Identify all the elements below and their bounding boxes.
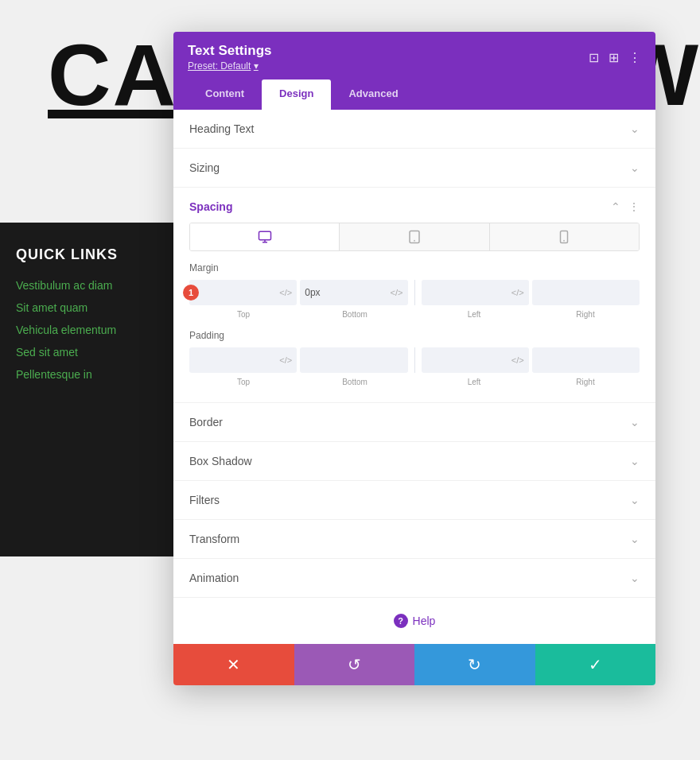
margin-inputs-container: 1 </> </> (189, 280, 640, 305)
transform-label: Transform (189, 533, 239, 545)
margin-left-code-icon[interactable]: </> (511, 288, 524, 297)
split-view-icon[interactable]: ⊞ (609, 50, 619, 65)
margin-bottom-label: Bottom (301, 310, 409, 319)
margin-left-label: Left (420, 310, 528, 319)
padding-left-label: Left (420, 378, 528, 386)
device-tabs (189, 223, 640, 251)
svg-rect-0 (259, 231, 270, 240)
margin-input-row: </> </> </> (189, 280, 640, 305)
padding-right-input[interactable] (537, 355, 635, 366)
sizing-label: Sizing (189, 161, 220, 174)
padding-left-input[interactable] (426, 355, 508, 366)
device-tab-desktop[interactable] (190, 223, 340, 250)
section-border[interactable]: Border ⌄ (173, 403, 655, 442)
bg-link-1[interactable]: Vestibulum ac diam (16, 279, 159, 292)
padding-right-group (532, 347, 640, 373)
section-spacing: Spacing ⌃ ⋮ (173, 188, 655, 403)
margin-top-label: Top (189, 310, 298, 319)
help-icon: ? (394, 614, 408, 628)
undo-button[interactable]: ↺ (294, 644, 415, 685)
padding-sub-labels: Top Bottom Left Right (189, 378, 640, 386)
tab-design[interactable]: Design (262, 79, 331, 110)
section-filters[interactable]: Filters ⌄ (173, 481, 655, 520)
padding-right-input-wrapper (532, 347, 640, 373)
sizing-chevron: ⌄ (630, 161, 640, 174)
spacing-header: Spacing ⌃ ⋮ (189, 188, 640, 223)
device-tab-mobile[interactable] (490, 223, 639, 250)
filters-label: Filters (189, 494, 220, 506)
bg-link-5[interactable]: Pellentesque in (16, 368, 159, 381)
help-row[interactable]: ? Help (173, 598, 655, 644)
section-transform[interactable]: Transform ⌄ (173, 520, 655, 559)
heading-text-label: Heading Text (189, 122, 254, 135)
section-box-shadow[interactable]: Box Shadow ⌄ (173, 442, 655, 481)
padding-top-input[interactable] (194, 355, 276, 366)
padding-top-label: Top (189, 378, 298, 386)
margin-label: Margin (189, 262, 640, 273)
bg-link-3[interactable]: Vehicula elementum (16, 324, 159, 336)
padding-label: Padding (189, 330, 640, 341)
padding-bottom-label: Bottom (301, 378, 409, 386)
padding-top-code-icon[interactable]: </> (279, 355, 292, 365)
modal-body: Heading Text ⌄ Sizing ⌄ Spacing ⌃ ⋮ (173, 110, 655, 644)
padding-left-code-icon[interactable]: </> (511, 355, 524, 365)
section-animation[interactable]: Animation ⌄ (173, 559, 655, 598)
save-button[interactable]: ✓ (535, 644, 656, 685)
spacing-collapse-icon[interactable]: ⌃ (611, 200, 620, 213)
modal-header: Text Settings Preset: Default ▾ ⊡ ⊞ ⋮ Co… (173, 32, 655, 110)
padding-top-group: </> (189, 347, 297, 373)
margin-left-group: </> (422, 280, 529, 305)
modal-preset[interactable]: Preset: Default ▾ (188, 60, 271, 72)
margin-bottom-code-icon[interactable]: </> (391, 288, 403, 297)
margin-left-input-wrapper: </> (422, 280, 529, 305)
more-options-icon[interactable]: ⋮ (628, 50, 641, 65)
spacing-more-icon[interactable]: ⋮ (628, 200, 640, 213)
padding-bottom-input-wrapper (300, 347, 407, 373)
padding-input-row: </> </> (189, 347, 640, 373)
section-sizing[interactable]: Sizing ⌄ (173, 149, 655, 188)
margin-bottom-input-wrapper: </> (300, 280, 407, 305)
padding-left-input-wrapper: </> (422, 347, 529, 373)
filters-chevron: ⌄ (630, 494, 640, 506)
device-tab-tablet[interactable] (340, 223, 489, 250)
margin-sub-labels: Top Bottom Left Right (189, 310, 640, 319)
redo-button[interactable]: ↻ (414, 644, 535, 685)
tab-advanced[interactable]: Advanced (331, 79, 415, 110)
padding-divider (414, 347, 415, 373)
spacing-header-icons: ⌃ ⋮ (611, 200, 640, 213)
padding-bottom-group (300, 347, 407, 373)
margin-divider (414, 280, 415, 305)
border-label: Border (189, 416, 223, 428)
margin-left-input[interactable] (426, 287, 508, 298)
animation-chevron: ⌄ (630, 572, 640, 584)
padding-bottom-input[interactable] (305, 355, 402, 366)
margin-bottom-input[interactable] (305, 287, 387, 298)
heading-text-chevron: ⌄ (630, 122, 640, 135)
quick-links-title: QUICK LINKS (16, 246, 159, 263)
transform-chevron: ⌄ (630, 533, 640, 545)
box-shadow-label: Box Shadow (189, 455, 252, 467)
padding-right-label: Right (531, 378, 640, 386)
dark-sidebar: QUICK LINKS Vestibulum ac diam Sit amet … (0, 223, 175, 556)
modal-footer: ✕ ↺ ↻ ✓ (173, 644, 655, 685)
bg-link-4[interactable]: Sed sit amet (16, 346, 159, 359)
border-chevron: ⌄ (630, 416, 640, 428)
help-label: Help (413, 615, 436, 627)
text-settings-modal: Text Settings Preset: Default ▾ ⊡ ⊞ ⋮ Co… (173, 32, 655, 685)
focus-mode-icon[interactable]: ⊡ (589, 50, 599, 65)
margin-top-input[interactable] (194, 287, 276, 298)
margin-right-input[interactable] (537, 287, 635, 298)
modal-header-icons: ⊡ ⊞ ⋮ (589, 50, 641, 65)
cancel-button[interactable]: ✕ (173, 644, 294, 685)
section-heading-text[interactable]: Heading Text ⌄ (173, 110, 655, 149)
bg-link-2[interactable]: Sit amet quam (16, 301, 159, 314)
margin-top-code-icon[interactable]: </> (279, 288, 292, 297)
margin-bottom-group: </> (300, 280, 407, 305)
box-shadow-chevron: ⌄ (630, 455, 640, 467)
margin-top-group: </> (189, 280, 297, 305)
padding-top-input-wrapper: </> (189, 347, 297, 373)
margin-right-input-wrapper (532, 280, 640, 305)
margin-right-label: Right (531, 310, 640, 319)
modal-title-area: Text Settings Preset: Default ▾ (188, 43, 271, 72)
tab-content[interactable]: Content (188, 79, 262, 110)
